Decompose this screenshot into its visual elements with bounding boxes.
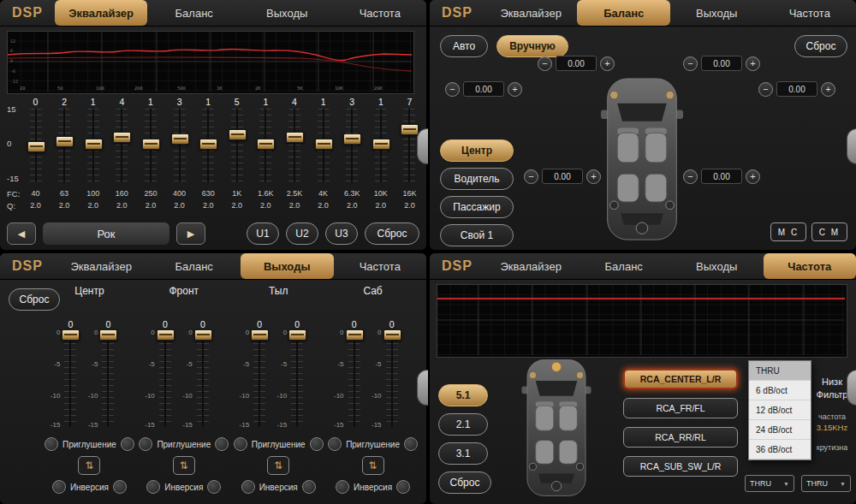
tab-frequency[interactable]: Частота — [764, 0, 856, 26]
output-level-slider[interactable]: 0 -5 -10 -15 — [253, 331, 265, 427]
balance-reset-button[interactable]: Сброс — [794, 35, 847, 57]
invert-toggle-left[interactable] — [336, 480, 349, 494]
panel-drawer-handle[interactable] — [417, 128, 428, 164]
eq-slider-thumb[interactable] — [56, 136, 74, 147]
listening-position-button[interactable]: Пассажир — [440, 196, 514, 218]
delay-minus-button[interactable]: − — [758, 82, 773, 97]
eq-band-slider[interactable] — [375, 109, 387, 182]
panel-drawer-handle[interactable] — [847, 128, 856, 164]
panel-drawer-handle[interactable] — [847, 370, 856, 406]
delay-plus-button[interactable]: + — [746, 56, 760, 71]
output-level-slider[interactable]: 0 -5 -10 -15 — [102, 331, 114, 427]
rca-channel-button[interactable]: RCA_FR/FL — [623, 398, 738, 418]
delay-plus-button[interactable]: + — [746, 169, 760, 184]
slider-thumb[interactable] — [194, 329, 212, 341]
tab-balance[interactable]: Баланс — [577, 0, 670, 26]
eq-slider-thumb[interactable] — [286, 132, 304, 143]
slider-thumb[interactable] — [99, 329, 117, 341]
slider-thumb[interactable] — [62, 329, 80, 341]
rca-channel-button[interactable]: RCA_CENTER_L/R — [623, 369, 738, 389]
eq-slider-thumb[interactable] — [171, 133, 189, 145]
eq-slider-thumb[interactable] — [401, 124, 419, 135]
slider-thumb[interactable] — [346, 329, 364, 341]
output-level-slider[interactable]: 0 -5 -10 -15 — [348, 331, 360, 427]
tab-outputs[interactable]: Выходы — [670, 0, 764, 26]
tab-outputs[interactable]: Выходы — [241, 0, 334, 26]
eq-band-slider[interactable] — [318, 109, 330, 182]
slider-thumb[interactable] — [157, 329, 175, 341]
user-preset-button[interactable]: U2 — [286, 222, 318, 245]
delay-plus-button[interactable]: + — [600, 56, 615, 71]
link-channels-button[interactable]: ⇅ — [362, 456, 384, 475]
eq-slider-thumb[interactable] — [142, 139, 160, 150]
delay-minus-button[interactable]: − — [445, 82, 460, 97]
rca-channel-button[interactable]: RCA_SUB_SW_L/R — [623, 456, 738, 477]
slope-option[interactable]: 24 dB/oct — [749, 420, 811, 440]
link-channels-button[interactable]: ⇅ — [173, 456, 195, 475]
mute-toggle-right[interactable] — [121, 437, 134, 451]
slope-option[interactable]: 6 dB/oct — [749, 381, 811, 400]
preset-prev-button[interactable]: ◀ — [7, 222, 36, 245]
slider-thumb[interactable] — [383, 329, 401, 341]
tab-equalizer[interactable]: Эквалайзер — [484, 0, 578, 26]
mute-toggle-left[interactable] — [328, 437, 342, 451]
invert-toggle-left[interactable] — [146, 480, 160, 494]
mute-toggle-left[interactable] — [139, 437, 152, 451]
hpf-select[interactable]: THRU ▼ — [745, 475, 794, 492]
listening-position-button[interactable]: Центр — [440, 139, 514, 162]
tab-frequency[interactable]: Частота — [764, 253, 856, 279]
cm-button[interactable]: C M — [811, 222, 847, 241]
output-level-slider[interactable]: 0 -5 -10 -15 — [197, 331, 209, 427]
eq-band-slider[interactable] — [231, 109, 243, 182]
output-level-slider[interactable]: 0 -5 -10 -15 — [291, 331, 303, 427]
delay-minus-button[interactable]: − — [524, 169, 538, 184]
speaker-config-button[interactable]: 5.1 — [438, 384, 488, 406]
eq-band-slider[interactable] — [145, 109, 157, 182]
delay-plus-button[interactable]: + — [821, 82, 835, 97]
mute-toggle-left[interactable] — [234, 437, 247, 451]
mc-button[interactable]: M C — [770, 222, 806, 241]
eq-slider-thumb[interactable] — [27, 141, 45, 152]
tab-frequency[interactable]: Частота — [334, 0, 427, 26]
manual-mode-button[interactable]: Вручную — [496, 35, 568, 57]
link-channels-button[interactable]: ⇅ — [78, 456, 100, 475]
tab-balance[interactable]: Баланс — [147, 0, 241, 26]
delay-plus-button[interactable]: + — [508, 82, 522, 97]
eq-slider-thumb[interactable] — [229, 129, 247, 140]
invert-toggle-left[interactable] — [241, 480, 255, 494]
slope-option[interactable]: 36 dB/oct — [749, 440, 811, 460]
rca-channel-button[interactable]: RCA_RR/RL — [623, 427, 738, 448]
user-preset-button[interactable]: U1 — [247, 222, 279, 245]
output-level-slider[interactable]: 0 -5 -10 -15 — [386, 331, 398, 427]
eq-reset-button[interactable]: Сброс — [365, 222, 419, 245]
frequency-reset-button[interactable]: Сброс — [438, 471, 491, 494]
invert-toggle-right[interactable] — [396, 480, 410, 494]
mute-toggle-right[interactable] — [404, 437, 418, 451]
eq-slider-thumb[interactable] — [85, 139, 103, 150]
eq-band-slider[interactable] — [346, 109, 358, 182]
link-channels-button[interactable]: ⇅ — [267, 456, 289, 475]
invert-toggle-right[interactable] — [207, 480, 221, 494]
tab-equalizer[interactable]: Эквалайзер — [55, 253, 148, 279]
user-preset-button[interactable]: U3 — [325, 222, 358, 245]
delay-minus-button[interactable]: − — [683, 169, 698, 184]
tab-outputs[interactable]: Выходы — [670, 253, 764, 279]
speaker-config-button[interactable]: 2.1 — [438, 413, 488, 436]
tab-equalizer[interactable]: Эквалайзер — [484, 253, 578, 279]
eq-band-slider[interactable] — [58, 109, 70, 182]
mute-toggle-right[interactable] — [215, 437, 229, 451]
tab-balance[interactable]: Баланс — [577, 253, 670, 279]
preset-next-button[interactable]: ▶ — [176, 222, 205, 245]
eq-slider-thumb[interactable] — [315, 139, 333, 150]
output-level-slider[interactable]: 0 -5 -10 -15 — [159, 331, 171, 427]
eq-band-slider[interactable] — [116, 109, 128, 182]
mute-toggle-right[interactable] — [310, 437, 324, 451]
listening-position-button[interactable]: Водитель — [440, 168, 514, 190]
delay-minus-button[interactable]: − — [683, 56, 698, 71]
tab-balance[interactable]: Баланс — [147, 253, 241, 279]
delay-plus-button[interactable]: + — [586, 169, 601, 184]
listening-position-button[interactable]: Свой 1 — [440, 224, 514, 246]
invert-toggle-left[interactable] — [52, 480, 66, 494]
eq-band-slider[interactable] — [174, 109, 186, 182]
slope-option[interactable]: THRU — [749, 361, 811, 381]
